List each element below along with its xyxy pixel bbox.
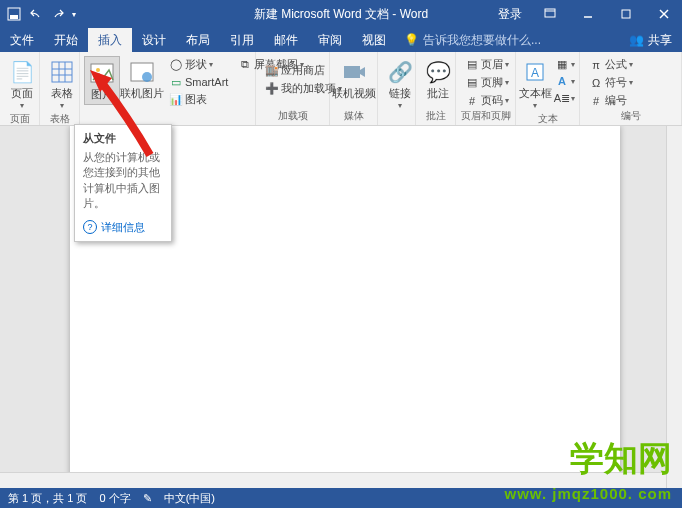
chart-icon: 📊 (169, 93, 183, 107)
svg-rect-17 (344, 66, 360, 78)
wordart-icon: A (555, 74, 569, 88)
group-symbols: π公式 ▾ Ω符号 ▾ #编号 编号 (580, 52, 682, 125)
minimize-icon[interactable] (570, 0, 606, 28)
share-icon: 👥 (629, 33, 644, 47)
group-comments: 💬 批注 批注 (416, 52, 456, 125)
tab-references[interactable]: 引用 (220, 28, 264, 52)
group-headerfooter: ▤页眉 ▾ ▤页脚 ▾ #页码 ▾ 页眉和页脚 (456, 52, 516, 125)
tab-review[interactable]: 审阅 (308, 28, 352, 52)
page-icon: 📄 (8, 58, 36, 86)
video-icon (340, 58, 368, 86)
equation-icon: π (589, 58, 603, 72)
bulb-icon: 💡 (404, 33, 419, 47)
tab-insert[interactable]: 插入 (88, 28, 132, 52)
ribbon-tabs: 文件 开始 插入 设计 布局 引用 邮件 审阅 视图 💡告诉我您想要做什么...… (0, 28, 682, 52)
vertical-scrollbar[interactable] (666, 126, 682, 488)
svg-marker-18 (360, 67, 365, 77)
online-picture-icon (128, 58, 156, 86)
textbox-icon: A (521, 58, 549, 86)
status-language[interactable]: 中文(中国) (164, 491, 215, 506)
tooltip-from-file: 从文件 从您的计算机或您连接到的其他计算机中插入图片。 ?详细信息 (74, 124, 172, 242)
save-icon[interactable] (6, 6, 22, 22)
video-button[interactable]: 联机视频 (334, 56, 373, 103)
tab-mailings[interactable]: 邮件 (264, 28, 308, 52)
symbol-icon: Ω (589, 76, 603, 90)
pages-button[interactable]: 📄 页面 ▾ (4, 56, 40, 112)
window-title: 新建 Microsoft Word 文档 - Word (254, 6, 428, 23)
myaddins-icon: ➕ (265, 82, 279, 96)
undo-icon[interactable] (28, 6, 44, 22)
link-icon: 🔗 (386, 58, 414, 86)
comment-icon: 💬 (424, 58, 452, 86)
link-button[interactable]: 🔗 链接 ▾ (382, 56, 418, 112)
tab-view[interactable]: 视图 (352, 28, 396, 52)
store-icon: 🏬 (265, 64, 279, 78)
pageno-button[interactable]: #页码 ▾ (462, 92, 512, 109)
tab-layout[interactable]: 布局 (176, 28, 220, 52)
tab-file[interactable]: 文件 (0, 28, 44, 52)
symbol-button[interactable]: Ω符号 ▾ (586, 74, 636, 91)
svg-rect-8 (52, 62, 72, 82)
ribbon: 📄 页面 ▾ 页面 表格 ▾ 表格 图片 联机图片 (0, 52, 682, 126)
watermark-text: 学知网 (570, 436, 672, 482)
svg-point-14 (96, 68, 100, 72)
svg-rect-1 (10, 15, 18, 19)
group-pages: 📄 页面 ▾ 页面 (0, 52, 40, 125)
shapes-icon: ◯ (169, 58, 183, 72)
equation-button[interactable]: π公式 ▾ (586, 56, 636, 73)
header-icon: ▤ (465, 58, 479, 72)
table-button[interactable]: 表格 ▾ (44, 56, 80, 112)
header-button[interactable]: ▤页眉 ▾ (462, 56, 512, 73)
text-part3[interactable]: A≣▾ (552, 90, 578, 106)
screenshot-icon: ⧉ (238, 58, 252, 72)
tooltip-title: 从文件 (83, 131, 163, 146)
svg-rect-2 (545, 9, 555, 17)
share-button[interactable]: 👥共享 (619, 28, 682, 52)
online-picture-button[interactable]: 联机图片 (120, 56, 164, 103)
number-icon: # (589, 94, 603, 108)
dropcap-icon: A≣ (555, 91, 569, 105)
watermark-url: www. jmqz1000. com (505, 485, 673, 502)
textbox-button[interactable]: A 文本框 ▾ (520, 56, 550, 112)
group-illustrations: 图片 联机图片 ◯形状 ▾ ▭SmartArt 📊图表 ⧉屏幕截图 ▾ (80, 52, 256, 125)
table-icon (48, 58, 76, 86)
chart-button[interactable]: 📊图表 (166, 91, 231, 108)
title-bar: ▾ 新建 Microsoft Word 文档 - Word 登录 (0, 0, 682, 28)
ribbon-options-icon[interactable] (532, 0, 568, 28)
tab-design[interactable]: 设计 (132, 28, 176, 52)
smartart-button[interactable]: ▭SmartArt (166, 74, 231, 90)
smartart-icon: ▭ (169, 75, 183, 89)
group-links: 🔗 链接 ▾ (378, 52, 416, 125)
status-page[interactable]: 第 1 页，共 1 页 (8, 491, 87, 506)
tooltip-body: 从您的计算机或您连接到的其他计算机中插入图片。 (83, 150, 163, 212)
tell-me-input[interactable]: 💡告诉我您想要做什么... (396, 28, 549, 52)
quickparts-icon: ▦ (555, 57, 569, 71)
footer-icon: ▤ (465, 76, 479, 90)
status-words[interactable]: 0 个字 (99, 491, 130, 506)
svg-text:A: A (531, 66, 539, 80)
svg-point-16 (142, 72, 152, 82)
help-icon: ? (83, 220, 97, 234)
login-link[interactable]: 登录 (490, 6, 530, 23)
text-part1[interactable]: ▦▾ (552, 56, 578, 72)
redo-icon[interactable] (50, 6, 66, 22)
group-tables: 表格 ▾ 表格 (40, 52, 80, 125)
tooltip-more-link[interactable]: ?详细信息 (83, 220, 163, 235)
footer-button[interactable]: ▤页脚 ▾ (462, 74, 512, 91)
tab-home[interactable]: 开始 (44, 28, 88, 52)
group-media: 联机视频 媒体 (330, 52, 378, 125)
pageno-icon: # (465, 94, 479, 108)
svg-rect-5 (622, 10, 630, 18)
group-addins: 🏬应用商店 ➕我的加载项 ▾ 加载项 (256, 52, 330, 125)
comment-button[interactable]: 💬 批注 (420, 56, 456, 103)
group-text: A 文本框 ▾ ▦▾ A▾ A≣▾ 文本 (516, 52, 580, 125)
picture-icon (88, 59, 116, 87)
number-button[interactable]: #编号 (586, 92, 636, 109)
shapes-button[interactable]: ◯形状 ▾ (166, 56, 231, 73)
picture-button[interactable]: 图片 (84, 56, 120, 105)
status-proof-icon[interactable]: ✎ (143, 492, 152, 505)
close-icon[interactable] (646, 0, 682, 28)
text-part2[interactable]: A▾ (552, 73, 578, 89)
maximize-icon[interactable] (608, 0, 644, 28)
